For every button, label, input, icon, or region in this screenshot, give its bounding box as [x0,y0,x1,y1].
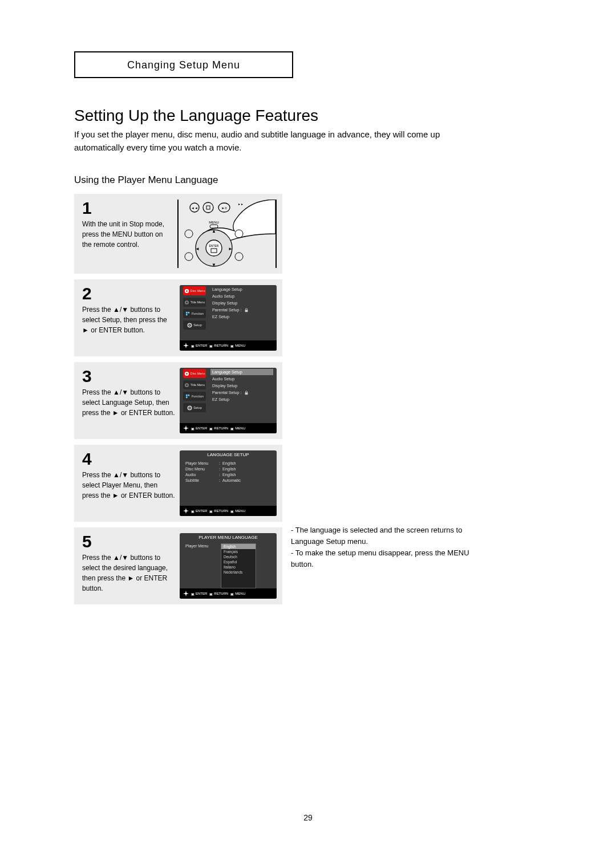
side-note: - The language is selected and the scree… [291,525,491,571]
osd-footer: ▣ ENTER ▣ RETURN ▣ MENU [180,588,277,599]
menu-item: Audio Setup [210,376,273,382]
svg-point-23 [186,290,188,292]
osd-header: LANGUAGE SETUP [180,450,277,458]
step-4: 4 Press the ▲/▼ buttons to select Player… [74,445,282,522]
page-number: 29 [0,813,616,822]
step-number: 3 [82,368,175,385]
language-options: English Français Deutsch Español Italian… [221,543,256,588]
intro-text: If you set the player menu, disc menu, a… [74,128,485,154]
osd-footer: ▣ ENTER ▣ RETURN ▣ MENU [180,506,277,516]
lang-row: Subtitle:Automatic [185,478,271,483]
lang-option: Français [221,549,256,554]
lock-icon [244,391,249,395]
svg-text:MENU: MENU [209,221,219,224]
steps-column: 1 With the unit in Stop mode, press the … [74,194,282,604]
menu-item: Display Setup [210,300,273,306]
step-number: 1 [82,200,173,217]
sidebar-function: Function [183,309,206,318]
osd-footer: ▣ ENTER ▣ RETURN ▣ MENU [180,423,277,433]
sidebar-function: Function [183,392,206,401]
svg-rect-27 [188,311,189,313]
osd-sidebar: Disc Menu Title Menu Function Setup [183,369,207,422]
sidebar-setup: Setup [183,320,206,330]
lang-option: Nederlands [221,570,256,575]
lang-option-selected: English [221,544,256,549]
menu-item: EZ Setup [210,396,273,403]
dpad-icon [183,343,189,348]
svg-point-41 [189,407,191,408]
step-3: 3 Press the ▲/▼ buttons to select Langua… [74,362,282,439]
step-number: 5 [82,533,175,550]
sidebar-setup: Setup [183,403,206,412]
osd-lang-rows: Player Menu:English Disc Menu:English Au… [180,458,277,506]
osd-screen-setup: Disc Menu Title Menu Function Setup Lang… [180,285,277,351]
svg-text:▲: ▲ [212,229,216,234]
dpad-icon [183,425,189,431]
osd-menu-list: Language Setup Audio Setup Display Setup… [207,369,273,422]
lang-option: Deutsch [221,554,256,559]
svg-text:►►: ►► [238,202,244,206]
page-title: Setting Up the Language Features [74,107,542,125]
lang-option: Italiano [221,564,256,570]
menu-item: Audio Setup [210,293,273,299]
svg-rect-28 [186,314,188,315]
svg-text:►: ► [228,246,233,251]
step-instruction: Press the ▲/▼ buttons to select Setup, t… [82,304,175,335]
osd-screen-player-language: PLAYER MENU LANGUAGE Player Menu English… [180,533,277,599]
menu-item: Parental Setup : [210,389,273,396]
menu-item: Parental Setup : [210,307,273,313]
osd-header: PLAYER MENU LANGUAGE [180,533,277,541]
lang-row: Player Menu:English [185,461,271,466]
step-2: 2 Press the ▲/▼ buttons to select Setup,… [74,279,282,356]
osd-screen-language-list: LANGUAGE SETUP Player Menu:English Disc … [180,450,277,516]
section-subtitle: Using the Player Menu Language [74,174,542,186]
osd-player-lang: Player Menu English Français Deutsch Esp… [180,541,277,588]
lang-option: Español [221,559,256,564]
svg-rect-42 [245,392,248,395]
side-note-line: - The language is selected and the scree… [291,525,491,547]
sidebar-disc-menu: Disc Menu [183,286,206,295]
svg-text:►II: ►II [221,206,227,210]
menu-item: Display Setup [210,383,273,389]
menu-item: Language Setup [210,286,273,292]
osd-footer: ▣ ENTER ▣ RETURN ▣ MENU [180,340,277,351]
svg-rect-31 [245,310,248,312]
svg-rect-38 [188,394,189,396]
osd-sidebar: Disc Menu Title Menu Function Setup [183,286,207,339]
svg-rect-37 [186,394,188,396]
svg-marker-32 [183,343,189,348]
svg-point-9 [206,240,222,256]
step-5: 5 Press the ▲/▼ buttons to select the de… [74,527,282,604]
svg-point-34 [186,373,188,375]
chapter-label: Changing Setup Menu [74,51,293,78]
side-note-line: - To make the setup menu disappear, pres… [291,547,491,570]
svg-text:◄◄: ◄◄ [191,206,198,210]
sidebar-disc-menu: Disc Menu [183,369,206,378]
step-number: 2 [82,285,175,302]
sidebar-title-menu: Title Menu [183,380,206,389]
dpad-icon [183,591,189,596]
lang-row: Disc Menu:English [185,466,271,472]
svg-point-30 [189,324,191,326]
menu-item-highlighted: Language Setup [210,369,273,375]
dpad-icon [183,508,189,514]
svg-text:ENTER: ENTER [209,244,219,247]
step-instruction: Press the ▲/▼ buttons to select the desi… [82,552,175,594]
svg-rect-39 [186,396,188,398]
svg-text:▼: ▼ [212,262,216,267]
svg-marker-43 [183,425,189,431]
remote-illustration: ◄◄ ►II ►► ENTER ▲ ▼ [177,200,277,268]
svg-point-36 [186,384,188,386]
lock-icon [244,308,249,312]
osd-menu-list: Language Setup Audio Setup Display Setup… [207,286,273,339]
player-menu-label: Player Menu [185,543,217,588]
svg-text:◄: ◄ [195,246,200,251]
svg-marker-45 [183,591,189,596]
svg-rect-26 [186,311,188,313]
osd-screen-language-setup: Disc Menu Title Menu Function Setup Lang… [180,368,277,433]
step-1: 1 With the unit in Stop mode, press the … [74,194,282,274]
step-instruction: Press the ▲/▼ buttons to select Language… [82,387,175,418]
svg-point-25 [186,302,188,303]
manual-page: Changing Setup Menu Setting Up the Langu… [0,0,616,845]
sidebar-title-menu: Title Menu [183,298,206,307]
